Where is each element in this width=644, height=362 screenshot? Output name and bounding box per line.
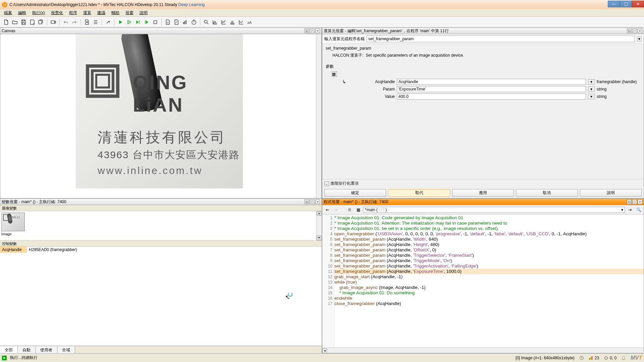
menu-help[interactable]: 說明 xyxy=(137,9,150,16)
params-title: 參數 xyxy=(326,64,640,69)
program-panel: ⇐ ⇒ ⎘ ▦ *main ( : : : )▾ ⇥ 🔍 1* Image Ac… xyxy=(322,205,644,353)
iconic-params-icon: ▦ xyxy=(332,71,337,77)
jump-to-pc-button[interactable]: ⇥ xyxy=(626,206,634,214)
op-proc-title: set_framegrabber_param xyxy=(326,46,634,51)
menu-edit[interactable]: 編輯 xyxy=(15,9,29,16)
menu-visualize[interactable]: 視覺化 xyxy=(48,9,66,16)
menu-file[interactable]: 檔案 xyxy=(1,9,15,16)
program-panel-header[interactable]: 程式視窗 - main* () - 主執行緒: 7400 ◱ □ × xyxy=(322,198,644,205)
cancel-button[interactable]: 取消 xyxy=(516,189,578,197)
canvas-close-button[interactable]: × xyxy=(315,28,320,33)
variable-panel-header[interactable]: 變數視窗 - main* () - 主執行緒: 7400 ◱ □ × xyxy=(0,198,322,205)
svg-point-1 xyxy=(167,22,169,23)
advanced-expand-button[interactable]: ⌄ xyxy=(324,181,329,186)
param-input-value[interactable] xyxy=(397,94,586,100)
step-out-button[interactable] xyxy=(143,18,151,26)
in-arrow-icon: ↳ xyxy=(332,79,356,84)
prog-close-button[interactable]: × xyxy=(638,199,642,204)
save-as-button[interactable] xyxy=(28,18,36,26)
var-pin-button[interactable]: ◱ xyxy=(305,199,309,204)
var-row-acqhandle[interactable]: AcqHandle H295EAD0 (framegrabber) xyxy=(0,247,322,253)
zoom-button[interactable] xyxy=(202,18,210,26)
step-into-button[interactable] xyxy=(134,18,142,26)
param-dd-2[interactable]: ▾ xyxy=(588,94,595,99)
op-dropdown-button[interactable]: ▾ xyxy=(637,36,642,42)
canvas-viewport[interactable]: QING LiAN 清蓮科技有限公司 43963 台中市大安區大安港路 www.… xyxy=(0,34,322,198)
canvas-pin-button[interactable]: ◱ xyxy=(305,28,309,33)
advanced-options-label: 進階並行化選項 xyxy=(330,181,359,186)
save-button[interactable] xyxy=(19,18,28,26)
help-button[interactable]: 說明 xyxy=(580,189,642,197)
nav-fwd-button[interactable]: ⇒ xyxy=(332,206,340,214)
nav-back-button[interactable]: ⇐ xyxy=(324,206,331,214)
step-over-button[interactable] xyxy=(125,18,133,26)
memory-icon xyxy=(589,356,593,360)
apply-button[interactable]: 應用 xyxy=(452,189,514,197)
param-input-param[interactable] xyxy=(397,86,586,92)
op-description: Set specific parameters of an image acqu… xyxy=(366,53,464,58)
redo-button[interactable] xyxy=(70,18,78,26)
font-button[interactable]: aA xyxy=(246,18,254,26)
param-dd-1[interactable]: ▾ xyxy=(588,86,595,92)
prog-pin-button[interactable]: ◱ xyxy=(627,199,632,204)
replace-button[interactable]: 取代 xyxy=(388,189,450,197)
prog-max-button[interactable]: □ xyxy=(632,199,637,204)
image-var-thumb[interactable]: ING Li xyxy=(1,213,25,231)
code-hscrollbar[interactable]: ◂ xyxy=(322,348,644,353)
var-tab-auto[interactable]: 自動 xyxy=(18,346,36,353)
camera-button[interactable] xyxy=(49,18,57,26)
svg-point-6 xyxy=(204,20,207,23)
menu-window[interactable]: 視窗 xyxy=(123,9,136,16)
menu-assist[interactable]: 輔助 xyxy=(109,9,122,16)
find-button[interactable]: 🔍 xyxy=(635,206,642,214)
reset-program-button[interactable] xyxy=(172,18,180,26)
reset-button[interactable] xyxy=(164,18,172,26)
image-vars-scrollbar[interactable]: ▴ ▾ xyxy=(316,211,322,240)
ok-button[interactable]: 確定 xyxy=(324,189,386,197)
op-max-button[interactable]: □ xyxy=(632,28,637,33)
var-tab-global[interactable]: 全域 xyxy=(57,346,75,353)
export-button[interactable] xyxy=(83,18,91,26)
stop-button[interactable] xyxy=(151,18,159,26)
var-tab-user[interactable]: 使用者 xyxy=(36,346,57,353)
canvas-max-button[interactable]: □ xyxy=(310,28,315,33)
address-text: 43963 台中市大安區大安港路 xyxy=(98,148,240,162)
histogram-button[interactable] xyxy=(211,18,219,26)
var-max-button[interactable]: □ xyxy=(310,199,315,204)
op-close-button[interactable]: × xyxy=(638,28,642,33)
list-button[interactable] xyxy=(92,18,100,26)
op-pin-button[interactable]: ◱ xyxy=(627,28,632,33)
new-file-button[interactable] xyxy=(2,18,10,26)
undo-button[interactable] xyxy=(62,18,70,26)
param-dd-0[interactable]: ▾ xyxy=(588,79,595,84)
menu-suggestions[interactable]: 建議 xyxy=(95,9,108,16)
line-profile-button[interactable] xyxy=(220,18,228,26)
canvas-scrollbar[interactable] xyxy=(316,34,321,198)
operator-panel-header[interactable]: 運算元視窗 - 編輯'set_framegrabber_param'，在程序 '… xyxy=(322,27,644,34)
canvas-panel-header[interactable]: Canvas ◱ □ × xyxy=(0,27,322,34)
svg-rect-3 xyxy=(184,21,185,24)
menu-procedure[interactable]: 程序 xyxy=(66,9,80,16)
profiler-button[interactable] xyxy=(181,18,189,26)
var-tab-all[interactable]: 全部 xyxy=(0,346,18,353)
svg-rect-0 xyxy=(154,20,157,23)
window-close-button[interactable]: ✕ xyxy=(632,1,644,7)
save-all-button[interactable] xyxy=(37,18,45,26)
menu-operators[interactable]: 運算 xyxy=(80,9,94,16)
menu-execute[interactable]: 執行(x) xyxy=(30,9,48,16)
assistant-button[interactable] xyxy=(104,18,112,26)
gray-profile-button[interactable] xyxy=(237,18,245,26)
operator-name-input[interactable] xyxy=(367,36,635,42)
open-file-button[interactable] xyxy=(11,18,19,26)
window-maximize-button[interactable]: ▢ xyxy=(620,1,632,7)
param-input-acqhandle[interactable] xyxy=(397,79,586,85)
feature-histogram-button[interactable] xyxy=(228,18,236,26)
code-editor[interactable]: 1* Image Acquisition 01: Code generated … xyxy=(322,215,644,348)
timer-button[interactable] xyxy=(190,18,198,26)
run-button[interactable] xyxy=(116,18,124,26)
procedure-selector[interactable]: *main ( : : : )▾ xyxy=(363,207,625,213)
status-bar: 執行...持續執行 [0] Image (#=1: 640x480x1xbyte… xyxy=(0,353,644,362)
copy-button[interactable]: ⎘ xyxy=(346,206,353,214)
var-close-button[interactable]: × xyxy=(315,199,320,204)
window-minimize-button[interactable]: — xyxy=(608,1,620,7)
